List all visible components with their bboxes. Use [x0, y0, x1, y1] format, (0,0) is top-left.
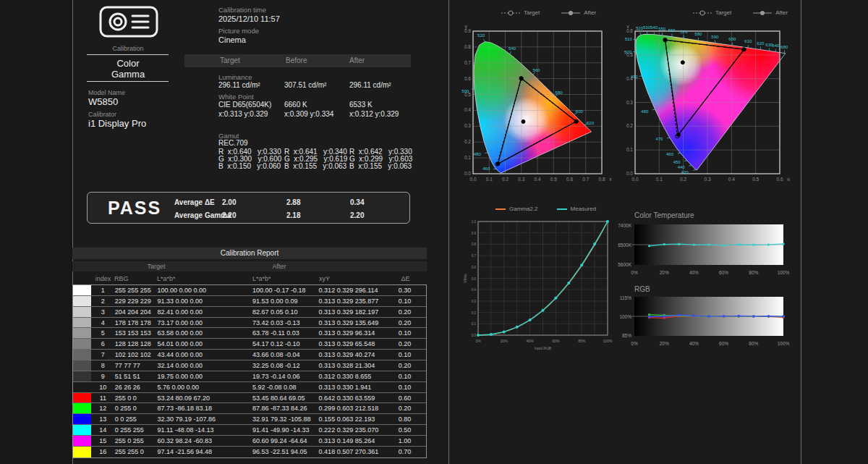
gamma-legend-measured: Measured [557, 206, 597, 212]
row-cell: 54.17 0.12 -0.10 [252, 340, 319, 347]
svg-text:20%: 20% [660, 341, 669, 346]
row-cell: 16 [91, 448, 115, 455]
cie1-legend: Target After [501, 9, 596, 16]
svg-text:480: 480 [474, 152, 482, 156]
svg-text:0.1: 0.1 [472, 322, 477, 326]
sidebar-section-label: Calibration [87, 45, 169, 52]
luminance-target: 296.11 cd/m² [218, 81, 260, 89]
measured-line-icon [557, 207, 567, 211]
svg-text:100%: 100% [778, 270, 790, 275]
white-point-before-2: x:0.309 y:0.334 [284, 110, 333, 118]
row-swatch [73, 360, 91, 371]
row-swatch [73, 393, 91, 403]
row-swatch [73, 339, 91, 349]
svg-text:20%: 20% [501, 339, 509, 343]
row-cell: 5.76 0.00 0.00 [158, 384, 252, 391]
svg-text:60%: 60% [719, 341, 728, 346]
cie-1976-chart: 0.00.10.20.30.40.50.60.60.50.40.30.20.10… [616, 20, 796, 193]
row-cell: 1.00 [383, 437, 426, 444]
svg-text:0.5: 0.5 [550, 177, 557, 182]
svg-text:610: 610 [744, 39, 752, 43]
row-cell: 0.10 [383, 373, 426, 380]
gamma-ref-line-icon [495, 207, 506, 211]
row-swatch [73, 436, 91, 446]
row-cell: 13 [91, 416, 115, 423]
svg-text:0.1: 0.1 [656, 177, 663, 182]
row-swatch [73, 447, 91, 457]
table-row: 130 0 25532.30 79.19 -107.8632.91 79.32 … [73, 414, 426, 425]
row-swatch [73, 307, 91, 317]
col-index: index [91, 275, 115, 282]
svg-text:20%: 20% [660, 270, 669, 275]
row-cell: 0 255 0 [115, 405, 158, 412]
svg-text:Input RGB: Input RGB [535, 346, 552, 350]
cie2-legend-target: Target [693, 9, 731, 16]
svg-text:450: 450 [673, 160, 681, 164]
svg-text:0.9: 0.9 [464, 28, 471, 33]
row-cell: 91.41 -49.90 -14.33 [252, 426, 319, 434]
svg-text:80%: 80% [749, 270, 758, 275]
avg-gamma-before: 2.18 [286, 211, 300, 219]
row-cell: 9 [91, 373, 115, 380]
svg-text:600: 600 [576, 109, 584, 114]
svg-text:x: x [609, 177, 612, 182]
row-cell: 51 51 51 [115, 373, 158, 380]
svg-text:420: 420 [681, 170, 689, 174]
after-legend-marker-icon [753, 10, 772, 16]
row-cell: 0 0 255 [115, 416, 158, 423]
row-cell: 87.73 -86.18 83.18 [158, 405, 252, 412]
table-row: 16255 255 097.14 -21.56 94.4896.53 -22.5… [73, 447, 426, 457]
row-cell: 0.313 0.329 65.548 [319, 340, 384, 347]
svg-text:0.2: 0.2 [626, 123, 633, 128]
summary-col-target: Target [220, 56, 240, 64]
report-group-target: Target [127, 263, 185, 270]
report-group-strip: Target After [72, 261, 427, 271]
svg-text:0.7: 0.7 [582, 177, 589, 182]
row-cell: 255 255 255 [115, 287, 158, 294]
row-cell: 0.70 [383, 448, 426, 455]
svg-text:85%: 85% [622, 333, 631, 338]
luminance-before: 307.51 cd/m² [284, 81, 326, 89]
white-point-target-1: CIE D65(6504K) [218, 101, 271, 109]
luminance-label: Luminance [218, 73, 252, 81]
calibration-report-screen: Calibration Color Gamma Model Name W5850… [0, 0, 868, 464]
svg-text:580: 580 [694, 32, 702, 36]
cie2-legend: Target After [693, 9, 788, 16]
svg-text:500: 500 [461, 89, 469, 93]
row-swatch [73, 382, 91, 392]
row-cell: 0.299 0.603 212.518 [319, 405, 384, 412]
row-cell: 178 178 178 [115, 319, 158, 326]
row-cell: 7 [91, 351, 115, 358]
svg-text:520: 520 [477, 33, 485, 38]
table-row: 5153 153 15363.58 0.00 0.0063.78 -0.11 0… [73, 328, 426, 339]
svg-text:440: 440 [678, 165, 686, 169]
row-swatch [73, 328, 91, 338]
calibration-time-value: 2025/12/10 11:57 [218, 14, 280, 23]
sidebar-mode: Color Gamma [87, 58, 169, 80]
sidebar-mode-color: Color [87, 58, 169, 69]
svg-text:0.8: 0.8 [464, 44, 471, 49]
svg-text:600: 600 [728, 37, 736, 41]
row-cell: 3 [91, 308, 115, 316]
row-cell: 1 [91, 287, 115, 294]
sidebar-divider-top [87, 54, 169, 55]
row-cell: 0.313 0.329 135.649 [319, 319, 384, 326]
row-cell: 229 229 229 [115, 298, 158, 305]
table-row: 120 255 087.73 -86.18 83.1887.86 -87.33 … [73, 403, 426, 414]
cie1-legend-target: Target [501, 9, 540, 16]
row-cell: 32.14 0.00 0.00 [158, 362, 252, 369]
table-row: 15255 0 25560.32 98.24 -60.8360.60 99.24… [73, 436, 426, 447]
svg-text:7400K: 7400K [618, 223, 631, 228]
row-cell: 0.222 0.329 235.070 [319, 426, 384, 434]
row-cell: 8 [91, 362, 115, 369]
white-point-label: White Point [218, 93, 254, 101]
table-row: 1026 26 265.76 0.00 0.005.92 -0.08 0.080… [73, 382, 426, 393]
table-row: 1255 255 255100.00 0.00 0.00100.00 -0.17… [73, 285, 426, 296]
row-cell: 0.642 0.330 63.559 [319, 395, 384, 402]
svg-text:0.7: 0.7 [472, 254, 477, 258]
after-legend-marker-icon [561, 10, 580, 16]
calibrator-label: Calibrator [88, 111, 116, 118]
row-cell: 63.58 0.00 0.00 [158, 329, 252, 337]
avg-de-label: Average ΔE [174, 198, 215, 206]
row-cell: 60.32 98.24 -60.83 [158, 437, 252, 444]
